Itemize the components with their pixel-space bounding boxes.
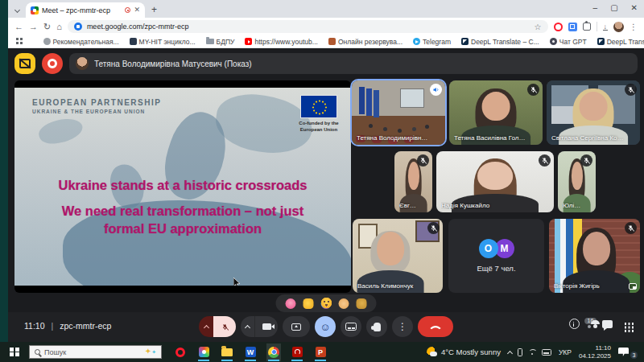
mic-control[interactable] [199,316,236,337]
taskbar-apps: W P [173,343,328,361]
mic-muted-icon [427,222,440,234]
close-button[interactable]: ✕ [631,2,638,14]
search-placeholder: Пошук [44,348,141,356]
telegram-icon [413,38,420,45]
chatgpt-icon [550,38,557,45]
reaction-thumbs-up-icon[interactable] [303,298,314,309]
taskbar-opera[interactable] [173,343,188,361]
language-indicator[interactable]: УКР [559,348,572,356]
forward-icon[interactable]: → [29,22,38,31]
wifi-icon[interactable] [528,349,536,356]
tab-recording-icon [125,7,130,13]
bookmark-item[interactable]: Онлайн резервува... [328,38,402,46]
download-icon[interactable]: ↓ [603,23,609,31]
search-icon [35,349,40,355]
extensions-icon[interactable] [583,23,591,31]
mic-options-chevron-icon[interactable] [199,316,213,337]
reaction-clapping-hands-icon[interactable] [339,298,349,309]
taskbar-search[interactable]: Пошук ✦✦ [29,345,162,359]
bookmark-item[interactable]: MY-HIT энцикло... [130,38,196,46]
camera-icon[interactable] [255,316,278,337]
maximize-button[interactable]: ▢ [610,2,617,14]
more-participants-tile[interactable]: O M Ещё 7 чел. [448,219,544,293]
participant-tile[interactable]: Тетяна Василівна Голобородь... [449,80,543,145]
slide-message-1: Ukraine stands at a historic crossroads [14,178,351,193]
taskbar-word[interactable]: W [243,343,258,361]
home-icon[interactable]: ⌂ [56,22,62,31]
system-tray [508,348,551,356]
recording-indicator-button[interactable] [42,53,63,74]
taskbar-photos[interactable] [196,343,211,361]
participant-tile[interactable]: Василь Климончук [353,219,443,293]
start-button-icon[interactable] [10,348,19,357]
profile-avatar[interactable] [613,22,624,32]
taskbar-explorer[interactable] [220,343,234,361]
participant-tile[interactable]: Тетяна Володимирівна Матус... [352,80,445,145]
chat-icon[interactable] [602,320,613,328]
cast-icon[interactable] [629,283,637,290]
tab-close-icon[interactable]: ✕ [134,6,140,14]
participant-tile[interactable]: Юлія Бо... [558,151,596,212]
browser-toolbar: ← → ↻ ⌂ meet.google.com/zpc-mmtr-ecp ☆ ↓… [8,18,644,35]
reaction-thumbs-down-icon[interactable] [357,298,367,309]
mic-muted-icon [539,154,551,167]
apps-grid-icon[interactable] [16,38,23,45]
bookmark-item[interactable]: Telegram [413,38,451,46]
bookmark-star-icon[interactable]: ☆ [535,23,542,31]
camera-control[interactable] [241,316,278,337]
translate-extension-icon[interactable] [568,23,577,31]
url-text[interactable]: meet.google.com/zpc-mmtr-ecp [87,23,530,31]
slide-message-2: We need real transformation – not just f… [14,202,351,238]
weather-widget[interactable]: 4°C Mostly sunny [427,347,501,357]
participant-tile[interactable]: Світлана Сергіївна Костюк [547,80,640,145]
participant-tile[interactable]: Вікторія Жигірь [549,219,640,293]
camera-options-chevron-icon[interactable] [241,316,255,337]
presenter-name: Тетяна Володимирівна Матусевич (Показ) [94,60,252,68]
browser-tab[interactable]: Meet – zpc-mmtr-ecp ✕ [26,2,145,18]
phone-link-icon[interactable] [518,348,522,356]
tab-title: Meet – zpc-mmtr-ecp [42,6,122,14]
smiley-icon: ☺ [320,322,330,332]
browser-menu-icon[interactable]: ⋮ [630,23,638,31]
tab-search-chevron-icon[interactable] [12,5,22,14]
activities-grid-icon[interactable] [625,323,627,325]
back-icon[interactable]: ← [14,22,23,31]
reaction-thinking-icon[interactable] [321,298,332,308]
taskbar-powerpoint[interactable]: P [313,343,328,361]
mic-muted-icon [580,154,592,167]
bookmark-item[interactable]: Рекомендательная... [43,38,119,46]
info-icon[interactable] [569,319,580,329]
taskbar-acrobat[interactable] [290,343,304,361]
more-options-button[interactable]: ⋮ [392,316,413,337]
reload-icon[interactable]: ↻ [43,22,51,31]
keyboard-icon[interactable] [542,349,551,356]
desktop-screen: Meet – zpc-mmtr-ecp ✕ + – ▢ ✕ ← → ↻ ⌂ me… [0,0,644,362]
presentation-paused-button[interactable] [14,53,35,74]
participant-tile[interactable]: Надія Кушкайло [436,151,554,212]
participant-tile[interactable]: Євгенія ... [394,151,432,212]
bookmark-item[interactable]: https://www.youtub... [245,38,317,46]
bookmark-item[interactable]: DeepL Translate – C... [461,38,539,46]
meet-favicon-icon [31,6,39,14]
eu-flag-icon [300,95,337,118]
present-screen-button[interactable] [283,316,310,337]
bookmark-folder[interactable]: БДПУ [206,38,235,46]
taskbar-clock[interactable]: 11:10 04.12.2025 [579,344,611,360]
bookmark-item[interactable]: DeepL Translate – C... [597,38,644,46]
bookmark-item[interactable]: Чат GPT [550,38,587,46]
reactions-button[interactable]: ☺ [315,316,336,337]
minimize-button[interactable]: – [593,2,598,14]
address-bar[interactable]: meet.google.com/zpc-mmtr-ecp ☆ [68,20,548,33]
leave-call-button[interactable] [418,316,453,337]
opera-extension-icon[interactable] [554,23,563,31]
mic-muted-icon[interactable] [213,316,236,337]
tray-expand-icon[interactable] [507,350,513,356]
raise-hand-button[interactable] [366,316,387,337]
more-participants-label: Ещё 7 чел. [477,264,515,273]
taskbar-chrome[interactable] [266,343,281,361]
captions-button[interactable] [341,316,361,337]
notifications-icon[interactable] [618,348,629,356]
new-tab-button[interactable]: + [151,4,157,15]
folder-icon [206,39,214,44]
reaction-sparkling-heart-icon[interactable] [286,298,296,309]
